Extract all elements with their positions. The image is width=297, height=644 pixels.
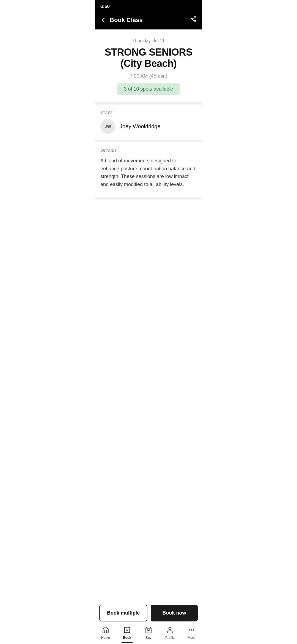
bottom-spacer [95, 200, 202, 216]
staff-section: STAFF JW Joey Wooldridge [95, 105, 202, 142]
staff-item: JW Joey Wooldridge [100, 119, 197, 134]
svg-line-4 [193, 18, 194, 19]
status-time: 6:50 [100, 4, 110, 9]
details-text: A blend of movements designed to enhance… [100, 157, 197, 189]
svg-line-3 [193, 20, 194, 21]
staff-section-label: STAFF [100, 111, 197, 115]
header-left: Book Class [99, 16, 143, 24]
class-info-section: Thursday, Jul 11 STRONG SENIORS (City Be… [95, 29, 202, 105]
class-time: 7:00 AM (45 min) [101, 73, 196, 79]
class-name: STRONG SENIORS (City Beach) [101, 47, 196, 69]
back-button[interactable] [99, 16, 108, 24]
header-title: Book Class [110, 17, 143, 24]
class-name-line1: STRONG SENIORS [105, 47, 192, 58]
spots-badge: 3 of 10 spots available [117, 83, 180, 95]
details-section: DETAILS A blend of movements designed to… [95, 142, 202, 200]
class-name-line2: (City Beach) [120, 58, 177, 69]
class-date: Thursday, Jul 11 [101, 38, 196, 43]
details-section-label: DETAILS [100, 148, 197, 152]
nav-spacer [95, 216, 202, 238]
staff-avatar: JW [100, 119, 115, 134]
main-content: Thursday, Jul 11 STRONG SENIORS (City Be… [95, 29, 202, 238]
status-bar: 6:50 [95, 0, 202, 12]
staff-name: Joey Wooldridge [120, 123, 161, 130]
share-button[interactable] [189, 15, 198, 25]
header: Book Class [95, 12, 202, 29]
